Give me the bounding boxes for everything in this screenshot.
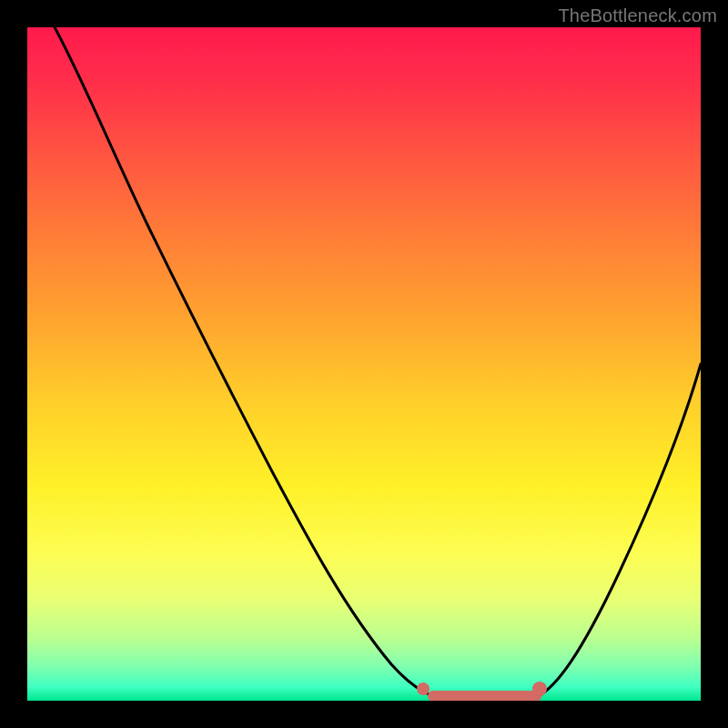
chart-svg bbox=[27, 27, 701, 701]
watermark-text: TheBottleneck.com bbox=[558, 5, 717, 26]
marker-bar bbox=[428, 691, 541, 701]
marker-dot bbox=[532, 682, 547, 696]
chart-frame: TheBottleneck.com bbox=[0, 0, 728, 728]
bottleneck-curve bbox=[55, 27, 701, 701]
optimal-range-markers bbox=[417, 682, 547, 701]
marker-dot bbox=[417, 682, 430, 695]
plot-area bbox=[27, 27, 701, 701]
